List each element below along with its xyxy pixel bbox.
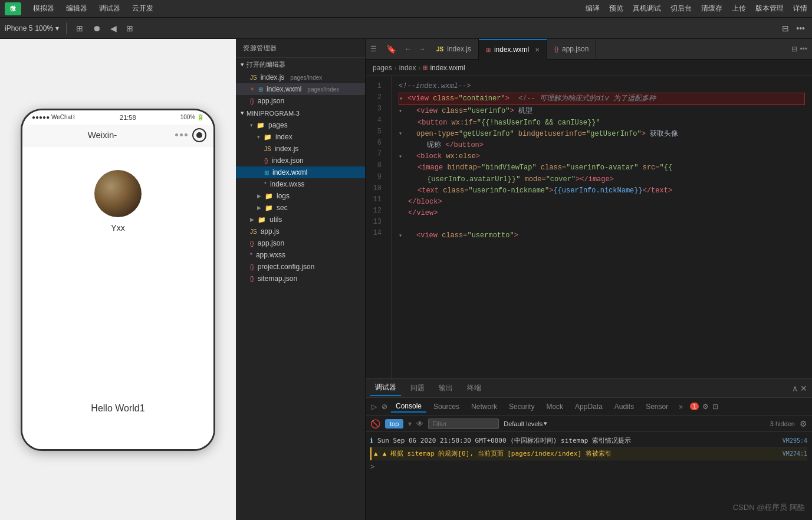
console-tab-network[interactable]: Network bbox=[466, 401, 502, 412]
menu-debugger[interactable]: 调试器 bbox=[99, 4, 120, 14]
fold-icon-5[interactable]: ▾ bbox=[399, 129, 406, 139]
text-model: 机型 bbox=[514, 106, 532, 117]
str-mode: "cover" bbox=[546, 174, 576, 185]
console-clear-icon[interactable]: 🚫 bbox=[370, 419, 380, 429]
fold-icon-7[interactable]: ▾ bbox=[399, 152, 406, 162]
menu-details[interactable]: 详情 bbox=[793, 4, 807, 14]
file-app-json[interactable]: {} app.json bbox=[236, 237, 365, 249]
file-app-json-label: app.json bbox=[258, 239, 284, 247]
console-run-icon[interactable]: ▷ bbox=[370, 401, 378, 412]
file-app-wxss[interactable]: * app.wxss bbox=[236, 249, 365, 261]
fold-icon-3[interactable]: ▾ bbox=[399, 107, 406, 116]
menu-real-debug[interactable]: 真机调试 bbox=[633, 4, 661, 14]
phone-record-button[interactable] bbox=[192, 128, 206, 142]
toolbar-layout-icon[interactable]: ⊟ bbox=[780, 22, 791, 34]
console-tab-mock[interactable]: Mock bbox=[541, 401, 568, 412]
console-expand-icon[interactable]: ⊡ bbox=[712, 403, 718, 411]
collapse-debugger-icon[interactable]: ∧ bbox=[792, 384, 798, 393]
toolbar-record-icon[interactable]: ⏺ bbox=[90, 22, 103, 34]
console-stop-icon[interactable]: ⊘ bbox=[380, 401, 389, 412]
js-icon: JS bbox=[250, 74, 257, 81]
attr-bindget: bindgetuserinfo= bbox=[514, 129, 586, 140]
tab-app-json[interactable]: {} app.json bbox=[547, 39, 596, 60]
folder-utils[interactable]: ▶ 📁 utils bbox=[236, 214, 365, 225]
console-tab-sources[interactable]: Sources bbox=[429, 401, 464, 412]
menu-editor[interactable]: 编辑器 bbox=[66, 4, 87, 14]
breadcrumb-pages[interactable]: pages bbox=[373, 64, 392, 72]
attr-opentype: open-type= bbox=[416, 129, 459, 140]
file-project-config[interactable]: {} project.config.json bbox=[236, 261, 365, 273]
open-file-indexjs[interactable]: JS index.js pages/index bbox=[236, 71, 365, 83]
default-levels-selector[interactable]: Default levels ▾ bbox=[504, 420, 547, 427]
menu-clear-cache[interactable]: 清缓存 bbox=[701, 4, 722, 14]
bookmark-icon[interactable]: 🔖 bbox=[382, 44, 401, 54]
fold-icon-14[interactable]: ▾ bbox=[399, 231, 406, 241]
menu-version[interactable]: 版本管理 bbox=[755, 4, 784, 14]
split-editor-icon[interactable]: ⊟ bbox=[791, 45, 797, 53]
menu-preview[interactable]: 预览 bbox=[609, 4, 623, 14]
console-tab-appdata[interactable]: AppData bbox=[570, 401, 607, 412]
menu-cloud[interactable]: 云开发 bbox=[132, 4, 153, 14]
console-tab-console[interactable]: Console bbox=[391, 401, 426, 413]
folder-sec[interactable]: ▶ 📁 sec bbox=[236, 202, 365, 214]
toolbar-forward-icon[interactable]: ⊞ bbox=[124, 22, 136, 34]
project-root-section[interactable]: ▾ MINIPROGRAM-3 bbox=[236, 107, 365, 119]
console-filter-input[interactable] bbox=[428, 418, 499, 429]
fold-icon-2[interactable]: ▾ bbox=[399, 94, 406, 104]
console-tab-audits[interactable]: Audits bbox=[610, 401, 639, 412]
console-prompt[interactable]: > bbox=[370, 460, 807, 473]
text-avatar: 获取头像 bbox=[646, 129, 678, 140]
file-index-wxss[interactable]: * index.wxss bbox=[236, 178, 365, 190]
debugger-tab-main[interactable]: 调试器 bbox=[370, 380, 401, 396]
phone-dots[interactable] bbox=[175, 133, 188, 136]
folder-logs[interactable]: ▶ 📁 logs bbox=[236, 190, 365, 202]
console-eye-icon[interactable]: 👁 bbox=[416, 420, 423, 428]
file-app-js[interactable]: JS app.js bbox=[236, 225, 365, 237]
console-gear-icon[interactable]: ⚙ bbox=[800, 419, 807, 429]
tab-close-button[interactable]: ✕ bbox=[535, 47, 540, 53]
file-index-json[interactable]: {} index.json bbox=[236, 155, 365, 166]
open-editors-section[interactable]: ▾ 打开的编辑器 bbox=[236, 58, 365, 71]
toolbar-back-icon[interactable]: ◀ bbox=[108, 22, 119, 34]
close-debugger-icon[interactable]: ✕ bbox=[800, 384, 807, 393]
folder-index[interactable]: ▾ 📁 index bbox=[236, 131, 365, 143]
breadcrumb-index[interactable]: index bbox=[399, 64, 416, 72]
hidden-count: 3 hidden bbox=[770, 420, 795, 427]
menu-compile[interactable]: 编译 bbox=[586, 4, 600, 14]
console-tab-security[interactable]: Security bbox=[504, 401, 539, 412]
folder-logs-label: logs bbox=[277, 192, 290, 200]
breadcrumb-file[interactable]: index.wxml bbox=[430, 64, 465, 72]
console-info-icon: ℹ bbox=[370, 437, 373, 444]
avatar[interactable] bbox=[94, 170, 142, 217]
menu-simulator[interactable]: 模拟器 bbox=[33, 4, 54, 14]
debugger-tab-issues[interactable]: 问题 bbox=[406, 381, 429, 395]
console-top-dropdown-icon[interactable]: ▾ bbox=[408, 420, 412, 428]
line-num-13: 13 bbox=[366, 217, 386, 228]
console-top-selector[interactable]: top bbox=[385, 419, 403, 429]
str-usermotto: "usermotto" bbox=[467, 230, 514, 241]
menu-background[interactable]: 切后台 bbox=[670, 4, 692, 14]
file-sitemap[interactable]: {} sitemap.json bbox=[236, 273, 365, 284]
device-selector[interactable]: iPhone 5 100% ▾ bbox=[5, 24, 59, 32]
menu-upload[interactable]: 上传 bbox=[732, 4, 746, 14]
console-settings-icon[interactable]: ⚙ bbox=[702, 403, 709, 411]
code-content[interactable]: <!--index.wxml--> ▾ <view class= "contai… bbox=[392, 76, 812, 378]
code-line-11: </block> bbox=[399, 197, 805, 208]
open-file-indexwxml[interactable]: ✕ ⊞ index.wxml pages/index bbox=[236, 83, 365, 95]
console-tab-sensor[interactable]: Sensor bbox=[641, 401, 673, 412]
open-file-appjson[interactable]: {} app.json bbox=[236, 95, 365, 107]
more-tabs-icon[interactable]: ••• bbox=[800, 45, 807, 53]
tab-index-wxml[interactable]: ⊞ index.wxml ✕ bbox=[479, 39, 547, 60]
toolbar-pages-icon[interactable]: ⊞ bbox=[74, 22, 86, 34]
file-index-wxml[interactable]: ⊞ index.wxml bbox=[236, 166, 365, 178]
nav-back-icon[interactable]: ← bbox=[401, 45, 415, 53]
folder-pages[interactable]: ▾ 📁 pages bbox=[236, 119, 365, 131]
nav-forward-icon[interactable]: → bbox=[415, 45, 429, 53]
debugger-tab-output[interactable]: 输出 bbox=[434, 381, 458, 395]
debugger-tab-terminal[interactable]: 终端 bbox=[462, 381, 486, 395]
file-index-js[interactable]: JS index.js bbox=[236, 143, 365, 155]
editor-menu-icon[interactable]: ☰ bbox=[366, 45, 382, 53]
console-tab-more[interactable]: » bbox=[675, 401, 686, 412]
toolbar-more-icon[interactable]: ••• bbox=[794, 22, 807, 34]
tab-index-js[interactable]: JS index.js bbox=[429, 39, 479, 60]
